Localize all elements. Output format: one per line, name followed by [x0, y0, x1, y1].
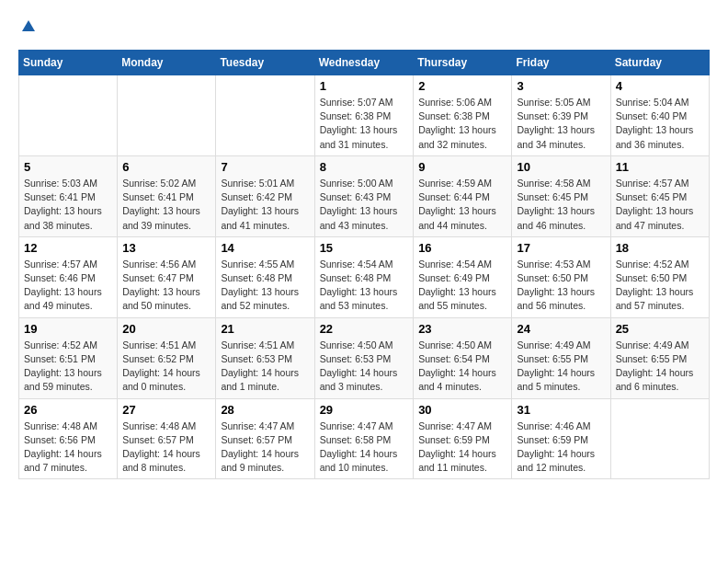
day-number: 20 [122, 322, 210, 336]
logo [18, 18, 39, 35]
calendar-header-thursday: Thursday [414, 51, 512, 75]
calendar-cell: 6Sunrise: 5:02 AM Sunset: 6:41 PM Daylig… [118, 155, 216, 236]
calendar-cell: 26Sunrise: 4:48 AM Sunset: 6:56 PM Dayli… [19, 398, 118, 479]
day-info: Sunrise: 4:50 AM Sunset: 6:54 PM Dayligh… [418, 339, 506, 395]
calendar-cell: 13Sunrise: 4:56 AM Sunset: 6:47 PM Dayli… [118, 236, 216, 317]
day-number: 11 [616, 160, 704, 174]
calendar-table: SundayMondayTuesdayWednesdayThursdayFrid… [18, 50, 710, 479]
day-info: Sunrise: 4:57 AM Sunset: 6:46 PM Dayligh… [24, 258, 112, 314]
calendar-week-row: 19Sunrise: 4:52 AM Sunset: 6:51 PM Dayli… [19, 317, 710, 398]
calendar-cell: 22Sunrise: 4:50 AM Sunset: 6:53 PM Dayli… [314, 317, 414, 398]
calendar-cell: 14Sunrise: 4:55 AM Sunset: 6:48 PM Dayli… [216, 236, 314, 317]
day-number: 29 [320, 403, 409, 417]
calendar-cell: 4Sunrise: 5:04 AM Sunset: 6:40 PM Daylig… [610, 75, 709, 156]
day-info: Sunrise: 4:49 AM Sunset: 6:55 PM Dayligh… [616, 339, 704, 395]
day-number: 24 [517, 322, 605, 336]
calendar-cell: 31Sunrise: 4:46 AM Sunset: 6:59 PM Dayli… [512, 398, 610, 479]
calendar-cell: 16Sunrise: 4:54 AM Sunset: 6:49 PM Dayli… [414, 236, 512, 317]
day-info: Sunrise: 4:50 AM Sunset: 6:53 PM Dayligh… [320, 339, 409, 395]
day-number: 8 [320, 160, 409, 174]
day-info: Sunrise: 5:05 AM Sunset: 6:39 PM Dayligh… [517, 96, 605, 152]
calendar-header-wednesday: Wednesday [314, 51, 414, 75]
calendar-cell: 21Sunrise: 4:51 AM Sunset: 6:53 PM Dayli… [216, 317, 314, 398]
calendar-cell: 3Sunrise: 5:05 AM Sunset: 6:39 PM Daylig… [512, 75, 610, 156]
day-info: Sunrise: 4:59 AM Sunset: 6:44 PM Dayligh… [418, 177, 506, 233]
day-number: 14 [221, 241, 309, 255]
calendar-week-row: 1Sunrise: 5:07 AM Sunset: 6:38 PM Daylig… [19, 75, 710, 156]
calendar-cell: 8Sunrise: 5:00 AM Sunset: 6:43 PM Daylig… [314, 155, 414, 236]
calendar-cell: 28Sunrise: 4:47 AM Sunset: 6:57 PM Dayli… [216, 398, 314, 479]
calendar-cell [118, 75, 216, 156]
day-number: 4 [616, 79, 704, 93]
day-number: 9 [418, 160, 506, 174]
calendar-cell: 30Sunrise: 4:47 AM Sunset: 6:59 PM Dayli… [414, 398, 512, 479]
day-number: 28 [221, 403, 309, 417]
day-number: 6 [122, 160, 210, 174]
day-info: Sunrise: 4:53 AM Sunset: 6:50 PM Dayligh… [517, 258, 605, 314]
day-info: Sunrise: 4:48 AM Sunset: 6:56 PM Dayligh… [24, 419, 112, 476]
calendar-cell: 25Sunrise: 4:49 AM Sunset: 6:55 PM Dayli… [610, 317, 709, 398]
day-info: Sunrise: 4:52 AM Sunset: 6:51 PM Dayligh… [24, 339, 112, 395]
calendar-cell: 23Sunrise: 4:50 AM Sunset: 6:54 PM Dayli… [414, 317, 512, 398]
day-number: 26 [24, 403, 112, 417]
day-info: Sunrise: 4:56 AM Sunset: 6:47 PM Dayligh… [122, 258, 210, 314]
day-number: 30 [418, 403, 506, 417]
calendar-cell: 11Sunrise: 4:57 AM Sunset: 6:45 PM Dayli… [610, 155, 709, 236]
day-info: Sunrise: 5:00 AM Sunset: 6:43 PM Dayligh… [320, 177, 409, 233]
day-info: Sunrise: 4:47 AM Sunset: 6:59 PM Dayligh… [418, 419, 506, 476]
calendar-cell: 12Sunrise: 4:57 AM Sunset: 6:46 PM Dayli… [19, 236, 118, 317]
calendar-cell: 20Sunrise: 4:51 AM Sunset: 6:52 PM Dayli… [118, 317, 216, 398]
calendar-cell: 5Sunrise: 5:03 AM Sunset: 6:41 PM Daylig… [19, 155, 118, 236]
calendar-cell: 9Sunrise: 4:59 AM Sunset: 6:44 PM Daylig… [414, 155, 512, 236]
day-info: Sunrise: 5:03 AM Sunset: 6:41 PM Dayligh… [24, 177, 112, 233]
day-info: Sunrise: 5:02 AM Sunset: 6:41 PM Dayligh… [122, 177, 210, 233]
calendar-header-row: SundayMondayTuesdayWednesdayThursdayFrid… [19, 51, 710, 75]
day-number: 17 [517, 241, 605, 255]
calendar-header-monday: Monday [118, 51, 216, 75]
day-number: 1 [320, 79, 409, 93]
calendar-cell: 24Sunrise: 4:49 AM Sunset: 6:55 PM Dayli… [512, 317, 610, 398]
day-info: Sunrise: 4:57 AM Sunset: 6:45 PM Dayligh… [616, 177, 704, 233]
day-number: 18 [616, 241, 704, 255]
day-number: 10 [517, 160, 605, 174]
day-info: Sunrise: 4:51 AM Sunset: 6:53 PM Dayligh… [221, 339, 309, 395]
day-info: Sunrise: 4:46 AM Sunset: 6:59 PM Dayligh… [517, 419, 605, 476]
day-number: 27 [122, 403, 210, 417]
day-number: 16 [418, 241, 506, 255]
day-number: 15 [320, 241, 409, 255]
day-info: Sunrise: 4:54 AM Sunset: 6:49 PM Dayligh… [418, 258, 506, 314]
day-number: 22 [320, 322, 409, 336]
calendar-cell: 7Sunrise: 5:01 AM Sunset: 6:42 PM Daylig… [216, 155, 314, 236]
calendar-cell: 2Sunrise: 5:06 AM Sunset: 6:38 PM Daylig… [414, 75, 512, 156]
day-number: 12 [24, 241, 112, 255]
day-number: 7 [221, 160, 309, 174]
calendar-header-tuesday: Tuesday [216, 51, 314, 75]
day-info: Sunrise: 5:06 AM Sunset: 6:38 PM Dayligh… [418, 96, 506, 152]
calendar-cell: 17Sunrise: 4:53 AM Sunset: 6:50 PM Dayli… [512, 236, 610, 317]
logo-icon [20, 18, 37, 35]
day-info: Sunrise: 4:47 AM Sunset: 6:57 PM Dayligh… [221, 419, 309, 476]
page-header [18, 18, 710, 35]
day-info: Sunrise: 4:52 AM Sunset: 6:50 PM Dayligh… [616, 258, 704, 314]
calendar-week-row: 12Sunrise: 4:57 AM Sunset: 6:46 PM Dayli… [19, 236, 710, 317]
day-number: 23 [418, 322, 506, 336]
day-number: 31 [517, 403, 605, 417]
svg-marker-0 [22, 20, 35, 31]
day-number: 13 [122, 241, 210, 255]
calendar-cell: 18Sunrise: 4:52 AM Sunset: 6:50 PM Dayli… [610, 236, 709, 317]
day-info: Sunrise: 4:58 AM Sunset: 6:45 PM Dayligh… [517, 177, 605, 233]
day-info: Sunrise: 4:54 AM Sunset: 6:48 PM Dayligh… [320, 258, 409, 314]
day-info: Sunrise: 5:07 AM Sunset: 6:38 PM Dayligh… [320, 96, 409, 152]
calendar-cell: 1Sunrise: 5:07 AM Sunset: 6:38 PM Daylig… [314, 75, 414, 156]
calendar-cell: 19Sunrise: 4:52 AM Sunset: 6:51 PM Dayli… [19, 317, 118, 398]
calendar-header-friday: Friday [512, 51, 610, 75]
calendar-cell [610, 398, 709, 479]
calendar-week-row: 26Sunrise: 4:48 AM Sunset: 6:56 PM Dayli… [19, 398, 710, 479]
day-info: Sunrise: 4:47 AM Sunset: 6:58 PM Dayligh… [320, 419, 409, 476]
day-info: Sunrise: 4:49 AM Sunset: 6:55 PM Dayligh… [517, 339, 605, 395]
day-number: 21 [221, 322, 309, 336]
day-info: Sunrise: 4:51 AM Sunset: 6:52 PM Dayligh… [122, 339, 210, 395]
calendar-cell [216, 75, 314, 156]
calendar-week-row: 5Sunrise: 5:03 AM Sunset: 6:41 PM Daylig… [19, 155, 710, 236]
day-number: 3 [517, 79, 605, 93]
